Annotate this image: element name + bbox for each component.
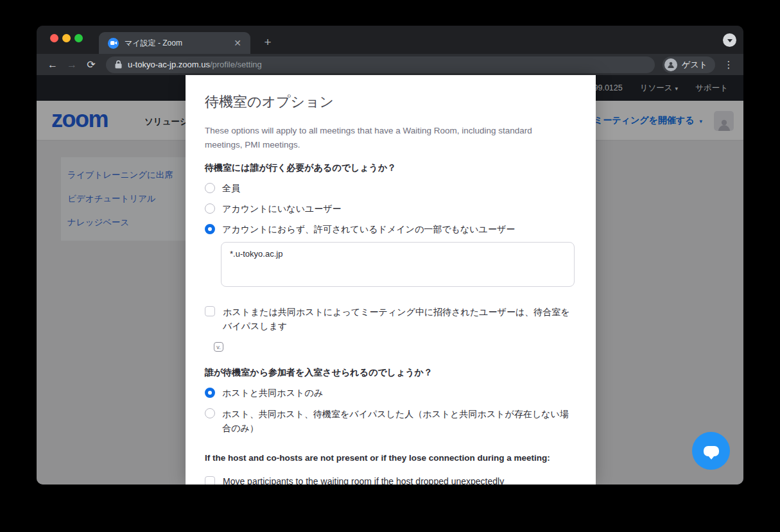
tab-search-button[interactable] bbox=[723, 33, 736, 47]
minimize-window-button[interactable] bbox=[62, 34, 71, 42]
radio-row-users-not-in-allowed-domains[interactable]: アカウントにおらず、許可されているドメインの一部でもないユーザー bbox=[205, 223, 575, 236]
bypass-checkbox-row[interactable]: ホストまたは共同ホストによってミーティング中に招待されたユーザーは、待合室をバイ… bbox=[205, 305, 575, 333]
radio-row-host-cohosts-only[interactable]: ホストと共同ホストのみ bbox=[205, 386, 575, 399]
move-participants-checkbox-row[interactable]: Move participants to the waiting room if… bbox=[205, 475, 575, 485]
url-domain: u-tokyo-ac-jp.zoom.us bbox=[128, 60, 210, 69]
maximize-window-button[interactable] bbox=[74, 34, 83, 42]
question-who-goes-to-waiting-room: 待機室には誰が行く必要があるのでしょうか？ bbox=[205, 161, 575, 174]
v-badge-icon: v. bbox=[214, 342, 223, 352]
radio-label: 全員 bbox=[222, 182, 240, 194]
radio-label: ホスト、共同ホスト、待機室をバイパスした人（ホストと共同ホストが存在しない場合の… bbox=[222, 407, 573, 435]
browser-window: マイ設定 - Zoom ✕ + ← → ⟳ u-tokyo-ac-jp.zoom… bbox=[37, 26, 743, 485]
browser-menu-button[interactable]: ⋮ bbox=[720, 56, 737, 73]
waiting-room-options-modal: 待機室のオプション These options will apply to al… bbox=[186, 75, 596, 485]
chevron-down-icon bbox=[727, 39, 732, 42]
close-window-button[interactable] bbox=[50, 34, 58, 42]
bypass-checkbox[interactable] bbox=[205, 306, 215, 316]
question-who-admits-participants: 誰が待機室から参加者を入室させられるのでしょうか？ bbox=[205, 366, 575, 379]
close-tab-icon[interactable]: ✕ bbox=[231, 37, 244, 49]
radio-users-not-in-allowed-domains[interactable] bbox=[205, 224, 215, 234]
address-bar[interactable]: u-tokyo-ac-jp.zoom.us/profile/setting bbox=[106, 56, 655, 73]
new-tab-button[interactable]: + bbox=[259, 33, 277, 51]
radio-host-cohosts-only[interactable] bbox=[205, 388, 215, 398]
profile-button[interactable]: ゲスト bbox=[663, 56, 715, 73]
radio-users-not-in-account[interactable] bbox=[205, 203, 215, 214]
back-button[interactable]: ← bbox=[43, 56, 62, 73]
modal-description: These options will apply to all meetings… bbox=[205, 124, 544, 152]
chat-launcher-button[interactable] bbox=[692, 432, 730, 470]
chat-bubble-icon bbox=[704, 446, 719, 456]
url-path: /profile/setting bbox=[210, 60, 262, 69]
guest-avatar-icon bbox=[664, 58, 677, 71]
question-host-not-present: If the host and co-hosts are not present… bbox=[205, 452, 575, 465]
checkbox-label: ホストまたは共同ホストによってミーティング中に招待されたユーザーは、待合室をバイ… bbox=[223, 305, 573, 333]
forward-button[interactable]: → bbox=[62, 56, 82, 73]
radio-everyone[interactable] bbox=[205, 183, 215, 193]
guest-label: ゲスト bbox=[682, 59, 707, 71]
lock-icon bbox=[115, 60, 122, 69]
browser-toolbar: ← → ⟳ u-tokyo-ac-jp.zoom.us/profile/sett… bbox=[37, 54, 743, 75]
radio-row-everyone[interactable]: 全員 bbox=[205, 182, 575, 194]
radio-label: アカウントにおらず、許可されているドメインの一部でもないユーザー bbox=[222, 223, 515, 236]
url-text: u-tokyo-ac-jp.zoom.us/profile/setting bbox=[128, 60, 262, 69]
radio-row-users-not-in-account[interactable]: アカウントにいないユーザー bbox=[205, 202, 575, 215]
reload-button[interactable]: ⟳ bbox=[82, 56, 101, 73]
tab-title: マイ設定 - Zoom bbox=[125, 38, 231, 49]
checkbox-label: Move participants to the waiting room if… bbox=[223, 475, 504, 485]
radio-label: アカウントにいないユーザー bbox=[222, 202, 342, 215]
browser-tab[interactable]: マイ設定 - Zoom ✕ bbox=[99, 32, 250, 54]
allowed-domains-input[interactable]: *.u-tokyo.ac.jp bbox=[221, 242, 575, 287]
page-content: 88.799.0125 リソース▾ サポート zoom ソリューション ミーティ… bbox=[37, 75, 743, 485]
radio-label: ホストと共同ホストのみ bbox=[222, 386, 323, 399]
modal-title: 待機室のオプション bbox=[205, 92, 575, 112]
tab-strip: マイ設定 - Zoom ✕ + bbox=[37, 26, 743, 54]
radio-row-host-cohosts-bypassers[interactable]: ホスト、共同ホスト、待機室をバイパスした人（ホストと共同ホストが存在しない場合の… bbox=[205, 407, 575, 435]
radio-host-cohosts-bypassers[interactable] bbox=[205, 408, 215, 418]
zoom-favicon-icon bbox=[108, 38, 119, 49]
move-participants-checkbox[interactable] bbox=[205, 476, 215, 485]
